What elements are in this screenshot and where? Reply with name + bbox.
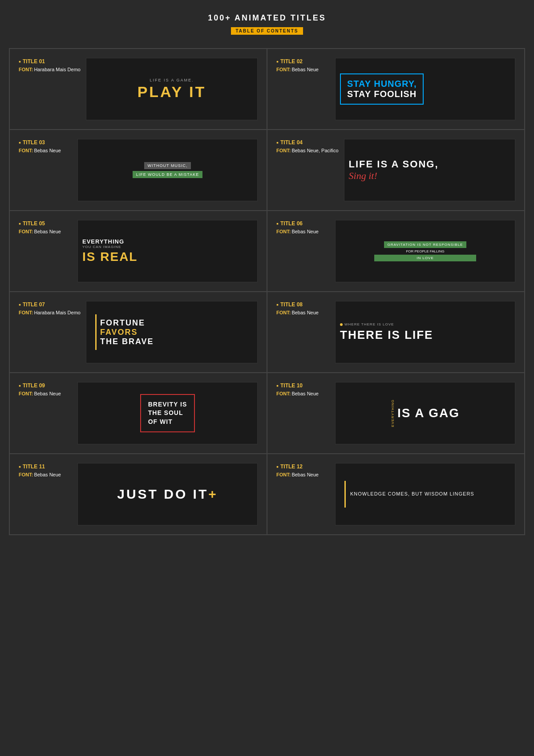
preview-07: FORTUNE FAVORS THE BRAVE	[86, 301, 258, 363]
title-10-cell: ▪ TITLE 10 FONT: Bebas Neue EVERYTHING I…	[267, 373, 525, 454]
title-02-info: ▪ TITLE 02 FONT: Bebas Neue	[276, 58, 330, 72]
t08-small: WHERE THERE IS LOVE	[340, 322, 433, 326]
t07-word1: FORTUNE	[100, 318, 154, 328]
preview-09: BREVITY IS THE SOUL OF WIT	[77, 382, 258, 444]
t06-tag2: FOR PEOPLE FALLING	[406, 249, 444, 253]
title-12-info: ▪ TITLE 12 FONT: Bebas Neue	[276, 463, 330, 477]
t04-line2: Sing it!	[349, 170, 439, 182]
title-06-info: ▪ TITLE 06 FONT: Bebas Neue	[276, 220, 330, 234]
title-03-cell: ▪ TITLE 03 FONT: Bebas Neue WITHOUT MUSI…	[9, 130, 267, 211]
preview-08: WHERE THERE IS LOVE THERE IS LIFE	[335, 301, 515, 363]
t05-main: IS REAL	[82, 250, 138, 264]
t05-content: EVERYTHING YOU CAN IMAGINE IS REAL	[82, 238, 138, 264]
title-02-cell: ▪ TITLE 02 FONT: Bebas Neue STAY HUNGRY,…	[267, 49, 525, 130]
preview-06: GRAVITATION IS NOT RESPONSIBLE FOR PEOPL…	[335, 220, 515, 282]
t08-main: THERE IS LIFE	[340, 328, 433, 342]
bullet-10: ▪	[276, 382, 279, 389]
title-09-cell: ▪ TITLE 09 FONT: Bebas Neue BREVITY IS T…	[9, 373, 267, 454]
preview-10: EVERYTHING IS A GAG	[335, 382, 515, 444]
title-10-info: ▪ TITLE 10 FONT: Bebas Neue	[276, 382, 330, 396]
title-04-label: ▪ TITLE 04	[276, 139, 339, 146]
t07-word2: FAVORS	[100, 328, 154, 337]
bullet-01: ▪	[19, 58, 21, 65]
title-08-cell: ▪ TITLE 08 FONT: Bebas Neue WHERE THERE …	[267, 292, 525, 373]
preview-02: STAY HUNGRY, STAY FOOLISH	[335, 58, 515, 120]
t06-tag3: IN LOVE	[374, 255, 477, 261]
title-05-info: ▪ TITLE 05 FONT: Bebas Neue	[19, 220, 72, 234]
title-09-font: FONT: Bebas Neue	[19, 391, 72, 396]
title-04-cell: ▪ TITLE 04 FONT: Bebas Neue, Pacifico LI…	[267, 130, 525, 211]
bullet-11: ▪	[19, 463, 21, 470]
bullet-08: ▪	[276, 301, 279, 308]
title-08-font: FONT: Bebas Neue	[276, 310, 330, 315]
bullet-05: ▪	[19, 220, 21, 227]
title-01-info: ▪ TITLE 01 FONT: Harabara Mais Demo	[19, 58, 81, 72]
t11-plus: +	[208, 487, 218, 501]
page-title: 100+ ANIMATED TITLES	[9, 13, 525, 23]
title-02-font: FONT: Bebas Neue	[276, 67, 330, 72]
preview-01: LIFE IS A GAME. PLAY IT	[86, 58, 258, 120]
title-06-cell: ▪ TITLE 06 FONT: Bebas Neue GRAVITATION …	[267, 211, 525, 292]
title-05-cell: ▪ TITLE 05 FONT: Bebas Neue EVERYTHING Y…	[9, 211, 267, 292]
t10-wrapper: EVERYTHING IS A GAG	[340, 399, 510, 427]
title-01-cell: ▪ TITLE 01 FONT: Harabara Mais Demo LIFE…	[9, 49, 267, 130]
bullet-03: ▪	[19, 139, 21, 146]
page-header: 100+ ANIMATED TITLES TABLE OF CONTENTS	[9, 13, 525, 35]
title-12-cell: ▪ TITLE 12 FONT: Bebas Neue KNOWLEDGE CO…	[267, 454, 525, 535]
t08-dot	[340, 323, 343, 326]
title-10-label: ▪ TITLE 10	[276, 382, 330, 389]
title-01-font: FONT: Harabara Mais Demo	[19, 67, 81, 72]
title-02-label: ▪ TITLE 02	[276, 58, 330, 65]
title-11-info: ▪ TITLE 11 FONT: Bebas Neue	[19, 463, 72, 477]
title-06-label: ▪ TITLE 06	[276, 220, 330, 227]
title-07-label: ▪ TITLE 07	[19, 301, 81, 308]
title-09-info: ▪ TITLE 09 FONT: Bebas Neue	[19, 382, 72, 396]
t02-line1: STAY HUNGRY,	[347, 79, 417, 89]
t11-main: JUST DO IT+	[117, 487, 218, 502]
title-04-font: FONT: Bebas Neue, Pacifico	[276, 148, 339, 153]
title-04-info: ▪ TITLE 04 FONT: Bebas Neue, Pacifico	[276, 139, 339, 153]
titles-grid: ▪ TITLE 01 FONT: Harabara Mais Demo LIFE…	[9, 48, 525, 535]
title-01-label: ▪ TITLE 01	[19, 58, 81, 65]
t04-line1: LIFE IS A SONG,	[349, 159, 439, 170]
title-03-label: ▪ TITLE 03	[19, 139, 72, 146]
preview-11: JUST DO IT+	[77, 463, 258, 525]
bullet-06: ▪	[276, 220, 279, 227]
title-11-label: ▪ TITLE 11	[19, 463, 72, 470]
t07-word3: THE BRAVE	[100, 337, 154, 346]
t02-line2: STAY FOOLISH	[347, 89, 417, 99]
t12-text-wrap: KNOWLEDGE COMES, BUT WISDOM LINGERS	[344, 481, 474, 508]
title-07-cell: ▪ TITLE 07 FONT: Harabara Mais Demo FORT…	[9, 292, 267, 373]
t06-tag1: GRAVITATION IS NOT RESPONSIBLE	[384, 241, 467, 248]
subtitle-badge: TABLE OF CONTENTS	[231, 27, 303, 35]
t07-text: FORTUNE FAVORS THE BRAVE	[100, 318, 154, 346]
t03-tag1: WITHOUT MUSIC,	[144, 162, 191, 169]
t05-tiny: YOU CAN IMAGINE	[82, 245, 138, 249]
title-11-cell: ▪ TITLE 11 FONT: Bebas Neue JUST DO IT+	[9, 454, 267, 535]
bullet-12: ▪	[276, 463, 279, 470]
t12-bar	[344, 481, 346, 508]
preview-05: EVERYTHING YOU CAN IMAGINE IS REAL	[77, 220, 258, 282]
t01-small-text: LIFE IS A GAME.	[150, 78, 194, 82]
t10-small-label: EVERYTHING	[391, 399, 395, 427]
t09-box: BREVITY IS THE SOUL OF WIT	[140, 394, 195, 433]
preview-04: LIFE IS A SONG, Sing it!	[344, 139, 515, 201]
t10-main: IS A GAG	[397, 406, 460, 420]
title-08-label: ▪ TITLE 08	[276, 301, 330, 308]
bullet-07: ▪	[19, 301, 21, 308]
title-09-label: ▪ TITLE 09	[19, 382, 72, 389]
t01-main-text: PLAY IT	[138, 83, 206, 101]
title-10-font: FONT: Bebas Neue	[276, 391, 330, 396]
t02-box: STAY HUNGRY, STAY FOOLISH	[340, 73, 424, 105]
title-12-font: FONT: Bebas Neue	[276, 472, 330, 477]
t09-text: BREVITY IS THE SOUL OF WIT	[148, 400, 187, 427]
t12-text: KNOWLEDGE COMES, BUT WISDOM LINGERS	[350, 490, 474, 498]
title-03-font: FONT: Bebas Neue	[19, 148, 72, 153]
t03-tag2: LIFE WOULD BE A MISTAKE	[133, 171, 202, 178]
title-08-info: ▪ TITLE 08 FONT: Bebas Neue	[276, 301, 330, 315]
bullet-09: ▪	[19, 382, 21, 389]
bullet-04: ▪	[276, 139, 279, 146]
title-12-label: ▪ TITLE 12	[276, 463, 330, 470]
title-05-label: ▪ TITLE 05	[19, 220, 72, 227]
t07-bar	[95, 314, 97, 350]
